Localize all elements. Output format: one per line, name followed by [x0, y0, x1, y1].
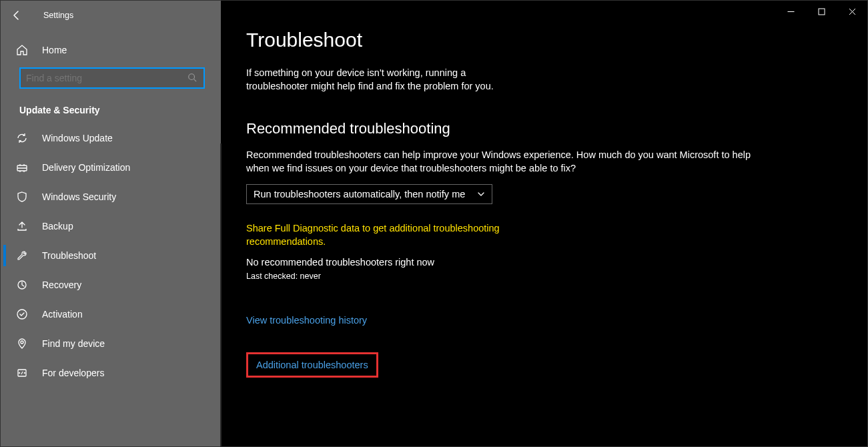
- sidebar-item-windows-security[interactable]: Windows Security: [3, 182, 218, 211]
- diagnostic-data-link[interactable]: Share Full Diagnostic data to get additi…: [246, 221, 513, 249]
- search-container: [3, 65, 218, 94]
- page-title: Troubleshoot: [246, 29, 755, 51]
- sidebar-item-label: Troubleshoot: [42, 250, 96, 261]
- sidebar-item-label: Recovery: [42, 280, 81, 290]
- delivery-icon: [15, 161, 29, 174]
- sidebar-item-label: Windows Update: [42, 133, 113, 143]
- recommended-heading: Recommended troubleshooting: [246, 120, 755, 137]
- recommended-status: No recommended troubleshooters right now: [246, 257, 755, 268]
- last-checked: Last checked: never: [246, 272, 755, 281]
- svg-point-5: [21, 341, 23, 344]
- app-title: Settings: [43, 11, 73, 20]
- sidebar-item-label: Backup: [42, 221, 73, 232]
- svg-point-4: [17, 310, 27, 319]
- intro-text: If something on your device isn't workin…: [246, 66, 526, 93]
- sidebar-item-activation[interactable]: Activation: [3, 300, 218, 329]
- sidebar-item-label: Activation: [42, 309, 83, 320]
- maximize-button[interactable]: [806, 1, 837, 22]
- sidebar-section-label: Update & Security: [3, 94, 218, 123]
- close-button[interactable]: [837, 1, 867, 22]
- refresh-icon: [15, 131, 29, 145]
- chevron-down-icon: [477, 190, 485, 198]
- main-panel: Troubleshoot If something on your device…: [221, 1, 867, 446]
- sidebar-item-label: Windows Security: [42, 191, 116, 202]
- backup-icon: [15, 219, 29, 233]
- activation-icon: [15, 308, 29, 321]
- sidebar: Settings Home Update & Security: [1, 1, 221, 446]
- sidebar-item-backup[interactable]: Backup: [3, 211, 218, 241]
- sidebar-item-windows-update[interactable]: Windows Update: [3, 123, 218, 153]
- maximize-icon: [818, 8, 825, 15]
- sidebar-item-delivery-optimization[interactable]: Delivery Optimization: [3, 153, 218, 182]
- minimize-icon: [787, 8, 795, 15]
- shield-icon: [15, 190, 29, 203]
- search-input[interactable]: [19, 67, 205, 89]
- recommended-body: Recommended troubleshooters can help imp…: [246, 148, 755, 175]
- wrench-icon: [15, 249, 29, 262]
- search-field[interactable]: [26, 73, 187, 83]
- additional-troubleshooters-highlight: Additional troubleshooters: [246, 352, 378, 378]
- home-icon: [15, 43, 29, 57]
- back-button[interactable]: [6, 5, 27, 26]
- sidebar-header: Settings: [1, 1, 221, 30]
- title-bar: [221, 1, 867, 22]
- location-icon: [15, 337, 29, 350]
- minimize-button[interactable]: [775, 1, 806, 22]
- developer-icon: [15, 366, 29, 380]
- sidebar-item-label: Delivery Optimization: [42, 162, 130, 173]
- content-area: Troubleshoot If something on your device…: [221, 22, 775, 391]
- close-icon: [849, 8, 856, 15]
- svg-line-1: [194, 79, 197, 82]
- sidebar-home-label: Home: [42, 45, 67, 55]
- sidebar-content: Home Update & Security Windows Update: [1, 30, 221, 446]
- svg-point-0: [189, 74, 195, 80]
- additional-troubleshooters-link[interactable]: Additional troubleshooters: [256, 360, 368, 370]
- arrow-left-icon: [11, 10, 22, 21]
- sidebar-item-label: Find my device: [42, 338, 105, 349]
- sidebar-item-recovery[interactable]: Recovery: [3, 270, 218, 300]
- settings-window: Settings Home Update & Security: [0, 0, 868, 447]
- scrollbar[interactable]: [220, 143, 222, 447]
- view-history-link[interactable]: View troubleshooting history: [246, 315, 367, 326]
- sidebar-item-find-my-device[interactable]: Find my device: [3, 329, 218, 358]
- troubleshoot-preference-dropdown[interactable]: Run troubleshooters automatically, then …: [246, 184, 492, 204]
- dropdown-value: Run troubleshooters automatically, then …: [254, 189, 465, 199]
- sidebar-item-troubleshoot[interactable]: Troubleshoot: [3, 241, 218, 270]
- sidebar-item-label: For developers: [42, 368, 104, 378]
- sidebar-item-for-developers[interactable]: For developers: [3, 358, 218, 388]
- search-icon: [187, 73, 198, 83]
- svg-rect-8: [819, 9, 825, 15]
- recovery-icon: [15, 278, 29, 292]
- sidebar-home[interactable]: Home: [3, 35, 218, 65]
